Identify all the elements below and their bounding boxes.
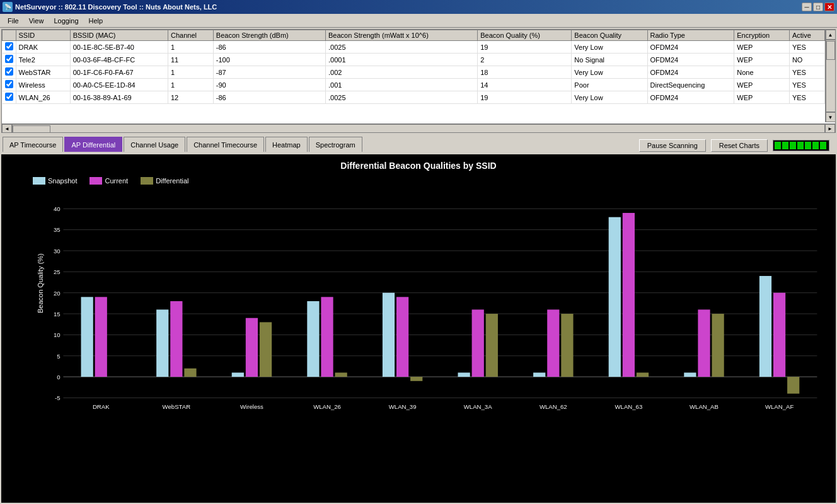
menu-help[interactable]: Help bbox=[84, 16, 108, 26]
col-radio[interactable]: Radio Type bbox=[647, 30, 734, 41]
bar-current bbox=[95, 297, 107, 377]
svg-text:30: 30 bbox=[54, 248, 61, 255]
row-checkbox[interactable] bbox=[5, 67, 13, 76]
bar-current bbox=[170, 301, 182, 377]
cell-quality-pct: 19 bbox=[478, 91, 572, 104]
cell-dbm: -86 bbox=[213, 91, 325, 104]
col-quality-pct[interactable]: Beacon Quality (%) bbox=[478, 30, 572, 41]
cell-ssid: Tele2 bbox=[16, 54, 70, 66]
menu-file[interactable]: File bbox=[3, 16, 24, 26]
col-bssid[interactable]: BSSID (MAC) bbox=[70, 30, 168, 41]
svg-text:-5: -5 bbox=[55, 394, 61, 401]
cell-mwatt: .0025 bbox=[325, 41, 477, 54]
hscroll-left-btn[interactable]: ◄ bbox=[2, 124, 12, 134]
bar-snapshot bbox=[307, 301, 319, 377]
menu-logging[interactable]: Logging bbox=[49, 16, 83, 26]
col-channel[interactable]: Channel bbox=[168, 30, 213, 41]
cell-encryption: WEP bbox=[734, 79, 790, 91]
bar-current bbox=[547, 309, 559, 377]
hscroll-right-btn[interactable]: ► bbox=[825, 124, 835, 134]
cell-quality-pct: 18 bbox=[478, 66, 572, 79]
cell-bssid: 00-03-6F-4B-CF-FC bbox=[70, 54, 168, 66]
svg-text:WLAN_AB: WLAN_AB bbox=[690, 403, 719, 410]
cell-quality: Poor bbox=[572, 79, 647, 91]
svg-text:10: 10 bbox=[54, 331, 61, 338]
hscroll-track[interactable] bbox=[12, 124, 825, 134]
minimize-button[interactable]: ─ bbox=[802, 3, 812, 11]
scroll-thumb[interactable] bbox=[826, 41, 835, 60]
svg-text:Wireless: Wireless bbox=[240, 403, 263, 410]
svg-text:WLAN_62: WLAN_62 bbox=[540, 403, 567, 410]
svg-text:35: 35 bbox=[54, 226, 61, 233]
svg-text:25: 25 bbox=[54, 268, 61, 275]
cell-mwatt: .001 bbox=[325, 79, 477, 91]
bar-snapshot bbox=[81, 297, 93, 377]
cell-radio: OFDM24 bbox=[647, 66, 734, 79]
scroll-up-btn[interactable]: ▲ bbox=[826, 30, 836, 40]
scan-progress-bar bbox=[773, 140, 829, 151]
scroll-track[interactable] bbox=[826, 40, 836, 112]
row-checkbox[interactable] bbox=[5, 80, 13, 88]
svg-text:20: 20 bbox=[54, 290, 61, 297]
bar-snapshot bbox=[759, 276, 771, 377]
tab-heatmap[interactable]: Heatmap bbox=[265, 137, 308, 152]
col-mwatt[interactable]: Beacon Strength (mWatt x 10^6) bbox=[325, 30, 477, 41]
table-row[interactable]: WLAN_26 00-16-38-89-A1-69 12 -86 .0025 1… bbox=[3, 91, 825, 104]
tab-spectrogram[interactable]: Spectrogram bbox=[309, 137, 362, 152]
cell-quality-pct: 19 bbox=[478, 41, 572, 54]
menu-view[interactable]: View bbox=[24, 16, 49, 26]
col-quality[interactable]: Beacon Quality bbox=[572, 30, 647, 41]
tab-channel-usage[interactable]: Channel Usage bbox=[124, 137, 185, 152]
menu-bar: File View Logging Help bbox=[0, 14, 837, 28]
cell-encryption: WEP bbox=[734, 41, 790, 54]
bar-differential bbox=[410, 377, 422, 381]
svg-text:40: 40 bbox=[54, 205, 61, 212]
tab-ap-differential[interactable]: AP Differential bbox=[64, 137, 122, 152]
vertical-scrollbar[interactable]: ▲ ▼ bbox=[825, 30, 835, 122]
data-table-container: SSID BSSID (MAC) Channel Beacon Strength… bbox=[1, 29, 836, 133]
legend-snapshot-label: Snapshot bbox=[48, 177, 77, 185]
tab-channel-timecourse[interactable]: Channel Timecourse bbox=[187, 137, 264, 152]
svg-text:15: 15 bbox=[54, 311, 61, 318]
svg-text:WLAN_3A: WLAN_3A bbox=[464, 403, 492, 410]
legend-current-box bbox=[89, 177, 102, 185]
app-title: NetSurveyor :: 802.11 Discovery Tool :: … bbox=[15, 3, 217, 11]
table-row[interactable]: Wireless 00-A0-C5-EE-1D-84 1 -90 .001 14… bbox=[3, 79, 825, 91]
svg-text:WLAN_AF: WLAN_AF bbox=[765, 403, 794, 410]
cell-bssid: 00-1F-C6-F0-FA-67 bbox=[70, 66, 168, 79]
horizontal-scrollbar[interactable]: ◄ ► bbox=[2, 123, 835, 133]
bar-differential bbox=[637, 372, 649, 377]
scroll-down-btn[interactable]: ▼ bbox=[826, 112, 836, 122]
tab-bar: AP Timecourse AP Differential Channel Us… bbox=[0, 134, 837, 153]
cell-channel: 1 bbox=[168, 41, 213, 54]
pause-scanning-button[interactable]: Pause Scanning bbox=[639, 139, 706, 152]
cell-radio: DirectSequencing bbox=[647, 79, 734, 91]
reset-charts-button[interactable]: Reset Charts bbox=[711, 139, 768, 152]
bar-snapshot bbox=[156, 309, 168, 377]
svg-text:DRAK: DRAK bbox=[93, 403, 110, 410]
row-checkbox[interactable] bbox=[5, 55, 13, 63]
col-dbm[interactable]: Beacon Strength (dBm) bbox=[213, 30, 325, 41]
col-encryption[interactable]: Encryption bbox=[734, 30, 790, 41]
legend-current-label: Current bbox=[105, 177, 128, 185]
row-checkbox[interactable] bbox=[5, 42, 13, 50]
cell-radio: OFDM24 bbox=[647, 54, 734, 66]
cell-bssid: 00-A0-C5-EE-1D-84 bbox=[70, 79, 168, 91]
cell-dbm: -87 bbox=[213, 66, 325, 79]
tab-ap-timecourse[interactable]: AP Timecourse bbox=[3, 137, 63, 152]
cell-channel: 11 bbox=[168, 54, 213, 66]
hscroll-thumb[interactable] bbox=[13, 125, 50, 134]
table-row[interactable]: DRAK 00-1E-8C-5E-B7-40 1 -86 .0025 19 Ve… bbox=[3, 41, 825, 54]
table-row[interactable]: WebSTAR 00-1F-C6-F0-FA-67 1 -87 .002 18 … bbox=[3, 66, 825, 79]
col-ssid[interactable]: SSID bbox=[16, 30, 70, 41]
app-icon: 📡 bbox=[3, 2, 13, 12]
maximize-button[interactable]: □ bbox=[813, 3, 823, 11]
chart-title: Differential Beacon Qualities by SSID bbox=[8, 161, 829, 171]
cell-active: YES bbox=[789, 91, 824, 104]
col-active[interactable]: Active bbox=[789, 30, 824, 41]
bar-snapshot bbox=[383, 293, 395, 377]
bar-differential bbox=[335, 372, 347, 377]
table-row[interactable]: Tele2 00-03-6F-4B-CF-FC 11 -100 .0001 2 … bbox=[3, 54, 825, 66]
close-button[interactable]: ✕ bbox=[824, 3, 834, 11]
row-checkbox[interactable] bbox=[5, 93, 13, 101]
